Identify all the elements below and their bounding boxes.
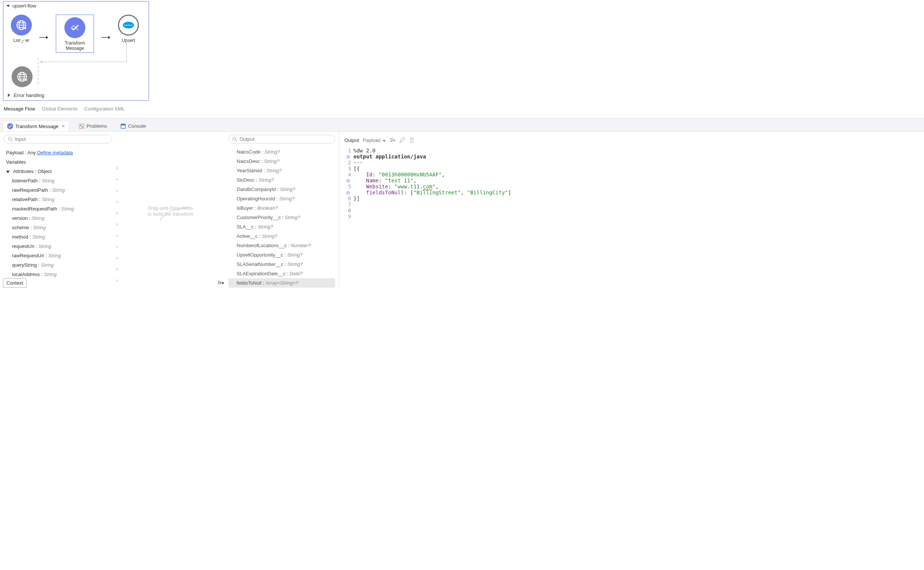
attribute-row[interactable]: queryString : String — [4, 260, 112, 270]
return-connector — [33, 41, 131, 68]
trash-icon[interactable] — [409, 137, 415, 143]
tab-console-label: Console — [128, 123, 146, 129]
tab-message-flow[interactable]: Message Flow — [4, 106, 35, 112]
error-handling-section[interactable]: Error handling — [3, 90, 148, 100]
close-icon[interactable]: ✕ — [61, 124, 65, 129]
output-field-row[interactable]: YearStarted : String? — [228, 166, 335, 175]
output-field-row[interactable]: NaicsCode : String? — [228, 147, 335, 156]
svg-marker-4 — [46, 36, 48, 39]
code-toolbar: Output Payload — [343, 135, 920, 146]
problems-icon — [79, 124, 84, 129]
transform-panels: Payload : Any Define metadata Variables … — [0, 132, 924, 288]
transform-icon — [70, 23, 80, 33]
svg-line-21 — [236, 140, 237, 141]
output-field-row[interactable]: Active__c : String? — [228, 231, 335, 241]
edit-icon[interactable] — [399, 137, 405, 143]
output-field-row[interactable]: NaicsDesc : String? — [228, 156, 335, 166]
transform-small-icon — [7, 123, 13, 129]
output-field-row[interactable]: SLAExpirationDate__c : Date? — [228, 269, 335, 278]
output-field-row[interactable]: fx●fieldsToNull : Array<String>? — [228, 278, 335, 288]
svg-point-15 — [82, 126, 83, 128]
salesforce-icon: salesforce — [122, 21, 135, 29]
node-listener[interactable]: Listener — [11, 15, 32, 43]
node-response[interactable] — [12, 66, 32, 87]
exchange-badge-icon — [20, 38, 26, 44]
arrow-icon — [101, 35, 110, 40]
output-label: Output — [344, 138, 359, 143]
editor-tabs: Message Flow Global Elements Configurati… — [0, 104, 924, 115]
output-search-field[interactable] — [240, 136, 331, 142]
node-upsert[interactable]: salesforce Upsert — [118, 15, 139, 43]
caret-down-icon — [6, 5, 10, 7]
attribute-row[interactable]: version : String — [4, 213, 112, 223]
svg-rect-17 — [121, 124, 125, 126]
bottom-tab-bar: Transform Message ✕ Problems Console — [0, 118, 924, 132]
svg-point-20 — [233, 137, 236, 140]
dropdown-caret-icon — [382, 140, 386, 142]
arrow-icon — [39, 35, 48, 40]
tree-variables[interactable]: Variables — [4, 157, 112, 167]
output-field-row[interactable]: UpsellOpportunity__c : String? — [228, 250, 335, 259]
mapping-hint: Drag-and-Drop fields to build the transf… — [147, 205, 193, 217]
attribute-row[interactable]: rawRequestUri : String — [4, 251, 112, 260]
svg-line-19 — [11, 140, 12, 141]
search-icon — [8, 137, 13, 142]
tab-config-xml[interactable]: Configuration XML — [84, 106, 125, 112]
globe-icon — [15, 19, 28, 31]
tree-payload[interactable]: Payload : Any Define metadata — [4, 148, 112, 157]
attribute-row[interactable]: maskedRequestPath : String — [4, 204, 112, 213]
output-tree-panel: NaicsCode : String?NaicsDesc : String?Ye… — [225, 132, 339, 288]
output-field-row[interactable]: SicDesc : String? — [228, 175, 335, 185]
flow-canvas[interactable]: upsert-flow Listener — [3, 1, 149, 101]
output-field-row[interactable]: SLASerialNumber__c : String? — [228, 259, 335, 269]
attribute-row[interactable]: rawRequestPath : String — [4, 185, 112, 195]
add-target-icon[interactable] — [389, 137, 395, 143]
output-field-row[interactable]: NumberofLocations__c : Number? — [228, 241, 335, 250]
input-panel: Payload : Any Define metadata Variables … — [0, 132, 116, 288]
svg-point-14 — [80, 125, 82, 126]
fx-icon: fx● — [218, 280, 224, 285]
tab-problems[interactable]: Problems — [75, 121, 111, 131]
mapping-panel[interactable]: Drag-and-Drop fields to build the transf… — [116, 132, 225, 288]
tab-problems-label: Problems — [87, 123, 107, 129]
tab-console[interactable]: Console — [117, 121, 150, 131]
output-search[interactable] — [228, 135, 335, 143]
svg-point-18 — [8, 137, 11, 140]
attribute-row[interactable]: requestUri : String — [4, 242, 112, 251]
caret-down-icon — [6, 171, 10, 173]
input-search[interactable] — [4, 135, 112, 143]
svg-marker-6 — [108, 36, 110, 39]
caret-right-icon — [8, 93, 10, 97]
output-field-row[interactable]: DandbCompanyId : String? — [228, 185, 335, 194]
tab-transform-message[interactable]: Transform Message ✕ — [3, 121, 69, 132]
input-search-field[interactable] — [15, 136, 108, 142]
define-metadata-link[interactable]: Define metadata — [37, 150, 73, 155]
attribute-row[interactable]: relativePath : String — [4, 195, 112, 204]
search-icon — [233, 137, 237, 142]
tree-attributes[interactable]: Attributes : Object — [4, 167, 112, 176]
code-editor[interactable]: 1 −234 −5 −6789 %dw 2.0output applicatio… — [343, 146, 920, 219]
tab-transform-label: Transform Message — [15, 124, 58, 129]
output-field-row[interactable]: IsBuyer : Boolean? — [228, 203, 335, 213]
flow-header[interactable]: upsert-flow — [3, 2, 148, 10]
payload-dropdown[interactable]: Payload — [363, 138, 386, 143]
context-tab[interactable]: Context — [3, 278, 27, 288]
console-icon — [121, 124, 126, 129]
output-field-row[interactable]: SLA__c : String? — [228, 222, 335, 231]
svg-text:salesforce: salesforce — [124, 24, 133, 26]
output-field-row[interactable]: CustomerPriority__c : String? — [228, 213, 335, 222]
attribute-row[interactable]: method : String — [4, 232, 112, 242]
attribute-row[interactable]: scheme : String — [4, 223, 112, 232]
code-panel: Output Payload 1 −234 −5 −6789 %dw 2.0ou… — [339, 132, 924, 288]
svg-marker-12 — [39, 60, 42, 63]
tab-global-elements[interactable]: Global Elements — [42, 106, 78, 112]
attribute-row[interactable]: listenerPath : String — [4, 176, 112, 185]
globe-grey-icon — [16, 71, 28, 83]
error-handling-label: Error handling — [14, 92, 44, 98]
attribute-row[interactable]: localAddress : String — [4, 270, 112, 279]
input-tree: Payload : Any Define metadata Variables … — [4, 143, 112, 279]
output-field-row[interactable]: OperatingHoursId : String? — [228, 194, 335, 203]
svg-rect-13 — [80, 124, 84, 129]
flow-name: upsert-flow — [12, 3, 36, 9]
